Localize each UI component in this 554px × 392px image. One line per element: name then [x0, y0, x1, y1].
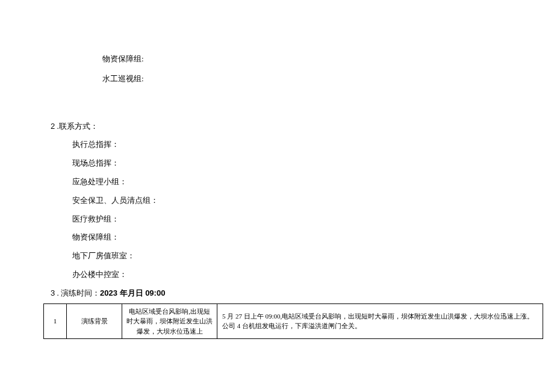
section-2-heading: 2 .联系方式： [0, 120, 554, 133]
table-row: 1 演练背景 电站区域受台风影响,出现短时大暴雨，坝体附近发生山洪爆发，大坝水位… [44, 303, 543, 339]
cell-summary: 电站区域受台风影响,出现短时大暴雨，坝体附近发生山洪爆发，大坝水位迅速上 [122, 303, 217, 339]
contact-list: 执行总指挥： 现场总指挥： 应急处理小组： 安全保卫、人员清点组： 医疗救护组：… [0, 138, 554, 281]
document-body: 物资保障组: 水工巡视组: 2 .联系方式： 执行总指挥： 现场总指挥： 应急处… [0, 0, 554, 339]
contact-medical-team: 医疗救护组： [72, 213, 554, 226]
contact-underground-duty: 地下厂房值班室： [72, 250, 554, 263]
cell-category: 演练背景 [67, 303, 122, 339]
contact-material-team: 物资保障组： [72, 231, 554, 244]
cell-detail: 5 月 27 日上午 09:00,电站区域受台风影响，出现短时大暴雨，坝体附近发… [217, 303, 543, 339]
section-2-title: .联系方式： [55, 122, 98, 131]
top-group-list: 物资保障组: 水工巡视组: [0, 53, 554, 86]
contact-exec-commander: 执行总指挥： [72, 138, 554, 151]
contact-scene-commander: 现场总指挥： [72, 157, 554, 170]
contact-office-control: 办公楼中控室： [72, 269, 554, 281]
group-item-material: 物资保障组: [102, 53, 554, 66]
section-3-title-bold: 2023 年月日 09:00 [100, 288, 165, 297]
contact-emergency-team: 应急处理小组： [72, 176, 554, 188]
section-3-title-plain: . 演练时间： [55, 288, 100, 297]
contact-security-team: 安全保卫、人员清点组： [72, 194, 554, 207]
group-item-water-patrol: 水工巡视组: [102, 73, 554, 86]
drill-table: 1 演练背景 电站区域受台风影响,出现短时大暴雨，坝体附近发生山洪爆发，大坝水位… [43, 303, 543, 340]
section-3-heading: 3 . 演练时间：2023 年月日 09:00 [0, 287, 554, 300]
cell-index: 1 [44, 303, 67, 339]
